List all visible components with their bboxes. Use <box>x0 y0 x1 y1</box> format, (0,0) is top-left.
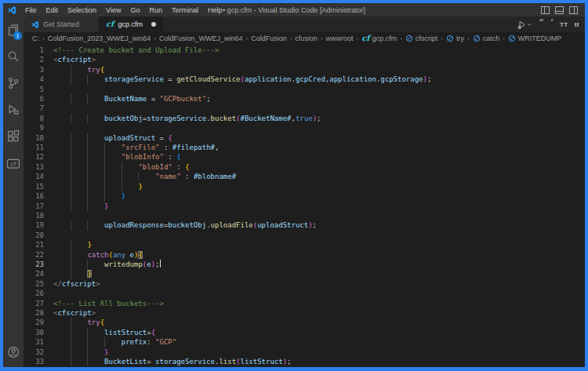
settings-gear-icon[interactable] <box>3 364 24 367</box>
code-line[interactable]: 26 <box>24 289 585 298</box>
toggle-secondary-sidebar-icon[interactable] <box>569 6 578 14</box>
code-line[interactable]: 27<!--- List All buckets---> <box>24 299 585 308</box>
single-quote-icon[interactable]: ‘ <box>550 20 554 29</box>
line-number[interactable]: 31 <box>24 337 44 347</box>
code-line[interactable]: 29 try{ <box>24 318 585 327</box>
code-line[interactable]: 25</cfscript> <box>24 279 585 289</box>
code-line[interactable]: 4 storageService = getCloudService(appli… <box>24 75 585 84</box>
line-number[interactable]: 13 <box>24 162 44 172</box>
code-editor[interactable]: 1<!--- Create bucket and Upload File--->… <box>24 45 585 367</box>
extensions-icon[interactable] <box>3 123 24 150</box>
code-line[interactable]: 15 } <box>24 182 585 191</box>
menu-terminal[interactable]: Terminal <box>167 5 203 16</box>
breadcrumb-item-c[interactable]: C: <box>31 35 40 42</box>
code-line[interactable]: 7 <box>24 104 585 113</box>
breadcrumb-item-coldfusion-wwej-win64[interactable]: ColdFusion_WWEJ_win64 <box>158 35 244 42</box>
code-line[interactable]: 5 <box>24 85 585 94</box>
menu-go[interactable]: Go <box>125 5 144 16</box>
code-line[interactable]: 31 prefix: "GCP" <box>24 337 585 347</box>
line-number[interactable]: 8 <box>24 114 44 123</box>
line-number[interactable]: 22 <box>24 250 44 260</box>
line-number[interactable]: 9 <box>24 123 44 133</box>
code-line[interactable]: 9 <box>24 123 585 133</box>
code-line[interactable]: 21 } <box>24 240 585 249</box>
breadcrumb-item-coldfusion[interactable]: ColdFusion <box>250 35 288 42</box>
line-number[interactable]: 20 <box>24 231 44 240</box>
code-line[interactable]: 13 "blobId" : { <box>24 162 585 172</box>
line-number[interactable]: 18 <box>24 211 44 220</box>
run-or-debug-icon[interactable] <box>517 20 532 30</box>
line-number[interactable]: 4 <box>24 75 44 84</box>
line-number[interactable]: 33 <box>24 357 44 366</box>
code-line[interactable]: 23 writedump(e); <box>24 260 585 269</box>
menu-edit[interactable]: Edit <box>42 5 64 16</box>
line-number[interactable]: 12 <box>24 152 44 162</box>
line-number[interactable]: 1 <box>24 45 44 55</box>
line-number[interactable]: 21 <box>24 240 44 249</box>
code-line[interactable]: 6 BucketName = "GCPbucket"; <box>24 94 585 104</box>
code-line[interactable]: 28<cfscript> <box>24 308 585 318</box>
breadcrumb-item-gcp-cfm[interactable]: cfgcp.cfm <box>361 35 397 42</box>
code-line[interactable]: 16 } <box>24 191 585 201</box>
breadcrumb-item-coldfusion-2023-wwej-win64[interactable]: ColdFusion_2023_WWEJ_win64 <box>47 35 152 42</box>
code-line[interactable]: 10 uploadStruct = { <box>24 133 585 143</box>
line-number[interactable]: 10 <box>24 133 44 143</box>
uppercase-icon[interactable]: TT <box>560 21 568 28</box>
source-control-icon[interactable] <box>3 70 24 96</box>
line-number[interactable]: 17 <box>24 202 44 211</box>
menu-selection[interactable]: Selection <box>63 5 101 16</box>
code-line[interactable]: 30 listStruct={ <box>24 328 585 337</box>
line-number[interactable]: 32 <box>24 347 44 357</box>
lowercase-icon[interactable]: tt <box>575 21 579 28</box>
line-number[interactable]: 15 <box>24 182 44 191</box>
menu-run[interactable]: Run <box>144 5 167 16</box>
toggle-panel-icon[interactable] <box>555 6 564 14</box>
account-icon[interactable] <box>3 340 24 364</box>
breadcrumb-item-cfscript[interactable]: cfscript <box>405 35 439 42</box>
code-line[interactable]: 14 "name" : #blobname# <box>24 172 585 181</box>
breadcrumb-item-cfusion[interactable]: cfusion <box>294 35 318 42</box>
menu-view[interactable]: View <box>101 5 125 16</box>
breadcrumb-item-writedump[interactable]: WRITEDUMP <box>507 35 563 42</box>
code-line[interactable]: 8 bucketObj=storageService.bucket(#Bucke… <box>24 114 585 123</box>
modified-dot-icon[interactable] <box>151 22 156 27</box>
line-number[interactable]: 30 <box>24 328 44 337</box>
code-line[interactable]: 2<cfscript> <box>24 55 585 64</box>
code-line[interactable]: 17 } <box>24 202 585 211</box>
double-quote-icon[interactable]: “ <box>539 20 544 29</box>
line-number[interactable]: 27 <box>24 299 44 308</box>
line-number[interactable]: 19 <box>24 220 44 230</box>
tab-gcp-cfm[interactable]: cfgcp.cfm <box>99 16 163 32</box>
code-line[interactable]: 12 "blobInfo" : { <box>24 152 585 162</box>
line-number[interactable]: 7 <box>24 104 44 113</box>
line-number[interactable]: 16 <box>24 191 44 201</box>
code-line[interactable]: 3 try{ <box>24 65 585 75</box>
breadcrumb-item-catch[interactable]: catch <box>472 35 501 42</box>
breadcrumb-item-wwwroot[interactable]: wwwroot <box>325 35 354 42</box>
menu-file[interactable]: File <box>20 5 42 16</box>
line-number[interactable]: 6 <box>24 94 44 104</box>
line-number[interactable]: 14 <box>24 172 44 181</box>
code-line[interactable]: 32 } <box>24 347 585 357</box>
code-line[interactable]: 11 "srcFile" : #filepath#, <box>24 143 585 152</box>
line-number[interactable]: 5 <box>24 85 44 94</box>
menu-help[interactable]: Help <box>203 5 227 16</box>
tab-get-started[interactable]: Get Started <box>24 16 99 32</box>
line-number[interactable]: 26 <box>24 289 44 298</box>
code-line[interactable]: 1<!--- Create bucket and Upload File---> <box>24 45 585 55</box>
code-line[interactable]: 18 <box>24 211 585 220</box>
code-line[interactable]: 20 <box>24 231 585 240</box>
line-number[interactable]: 3 <box>24 65 44 75</box>
code-line[interactable]: 24 } <box>24 269 585 278</box>
line-number[interactable]: 24 <box>24 269 44 278</box>
code-line[interactable]: 19 uploadResponse=bucketObj.uploadFile(u… <box>24 220 585 230</box>
line-number[interactable]: 25 <box>24 279 44 289</box>
code-line[interactable]: 33 BucketList= storageService.list(listS… <box>24 357 585 366</box>
coldfusion-extension-icon[interactable]: cf <box>3 150 24 176</box>
line-number[interactable]: 11 <box>24 143 44 152</box>
breadcrumb-item-try[interactable]: try <box>445 35 465 42</box>
line-number[interactable]: 2 <box>24 55 44 64</box>
line-number[interactable]: 23 <box>24 260 44 269</box>
toggle-sidebar-icon[interactable] <box>541 6 550 14</box>
line-number[interactable]: 29 <box>24 318 44 327</box>
